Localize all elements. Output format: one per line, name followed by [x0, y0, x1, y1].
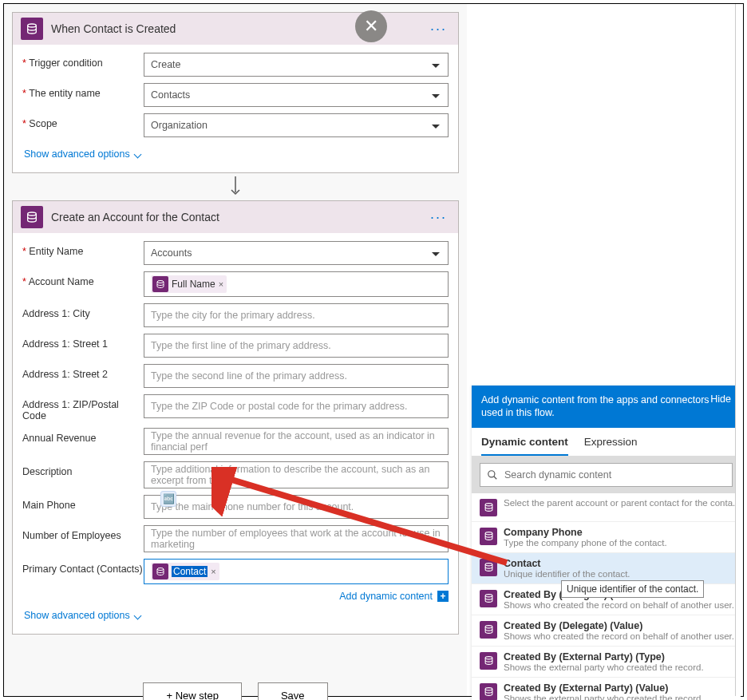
translate-icon[interactable]: 🔤	[160, 491, 176, 507]
cds-connector-icon	[21, 206, 43, 228]
input-description[interactable]: Type additional information to describe …	[144, 461, 449, 488]
flow-arrow-icon	[12, 173, 459, 200]
input-city[interactable]: Type the city for the primary address.	[144, 303, 449, 327]
label-revenue: Annual Revenue	[22, 428, 144, 444]
svg-point-0	[28, 24, 37, 27]
cds-connector-icon	[480, 559, 497, 576]
close-icon[interactable]: ✕	[355, 10, 387, 42]
search-icon	[487, 469, 498, 481]
input-street2[interactable]: Type the second line of the primary addr…	[144, 364, 449, 388]
dyn-item[interactable]: Company PhoneType the company phone of t…	[472, 522, 741, 553]
input-account-name[interactable]: Full Name ×	[144, 271, 449, 297]
action-card-header[interactable]: Create an Account for the Contact ···	[13, 201, 458, 233]
svg-point-4	[488, 470, 495, 477]
select-trigger-condition[interactable]: Create	[144, 53, 449, 77]
label-action-entity: Entity Name	[22, 241, 144, 257]
cds-connector-icon	[480, 621, 497, 639]
svg-point-1	[28, 212, 37, 216]
action-show-advanced[interactable]: Show advanced options	[22, 605, 142, 629]
chevron-down-icon	[133, 150, 141, 158]
dyn-item[interactable]: Created By (External Party) (Type)Shows …	[472, 647, 741, 678]
svg-point-3	[157, 568, 164, 571]
svg-point-8	[485, 595, 492, 597]
search-dynamic-content[interactable]	[480, 463, 733, 487]
token-remove-icon[interactable]: ×	[219, 279, 223, 289]
cds-connector-icon	[480, 499, 497, 516]
add-dynamic-content-link[interactable]: Add dynamic content	[339, 591, 433, 602]
label-account-name: Account Name	[22, 271, 144, 287]
input-revenue[interactable]: Type the annual revenue for the account,…	[144, 428, 449, 455]
dyn-item[interactable]: Select the parent account or parent cont…	[472, 493, 741, 522]
svg-point-6	[485, 532, 492, 535]
label-trigger-condition: Trigger condition	[22, 53, 144, 69]
cds-connector-icon	[480, 652, 497, 670]
input-main-phone[interactable]: Type the main phone number for this acco…	[144, 495, 449, 519]
dynamic-content-panel: Add dynamic content from the apps and co…	[472, 386, 741, 700]
cds-connector-icon	[480, 528, 497, 545]
svg-point-9	[485, 626, 492, 628]
svg-point-11	[485, 688, 492, 690]
dyn-hide-link[interactable]: Hide	[710, 394, 731, 420]
tab-expression[interactable]: Expression	[584, 428, 638, 456]
trigger-ellipsis-icon[interactable]: ···	[427, 21, 450, 38]
svg-point-2	[157, 281, 164, 283]
trigger-card-header[interactable]: When Contact is Created ···	[13, 13, 458, 45]
tooltip: Unique identifier of the contact.	[561, 580, 704, 598]
label-street1: Address 1: Street 1	[22, 334, 144, 350]
svg-point-5	[485, 504, 492, 506]
svg-point-10	[485, 657, 492, 659]
dyn-header-text: Add dynamic content from the apps and co…	[481, 394, 710, 420]
label-scope: Scope	[22, 113, 144, 129]
cds-connector-icon	[21, 18, 43, 40]
input-zip[interactable]: Type the ZIP Code or postal code for the…	[144, 394, 449, 418]
cds-connector-icon	[480, 683, 497, 701]
token-remove-icon[interactable]: ×	[211, 567, 215, 576]
chevron-down-icon	[133, 611, 141, 619]
label-main-phone: Main Phone	[22, 495, 144, 511]
input-primary-contact[interactable]: Contact ×	[144, 559, 449, 584]
dyn-item[interactable]: ContactUnique identifier of the contact.	[472, 553, 741, 584]
input-employees[interactable]: Type the number of employees that work a…	[144, 525, 449, 552]
add-dynamic-plus-icon[interactable]: +	[437, 591, 449, 602]
designer-column: When Contact is Created ··· Trigger cond…	[4, 4, 467, 696]
cds-connector-icon	[480, 590, 497, 607]
token-contact[interactable]: Contact ×	[151, 563, 219, 580]
label-zip: Address 1: ZIP/Postal Code	[22, 394, 144, 421]
label-description: Description	[22, 461, 144, 477]
action-card: Create an Account for the Contact ··· En…	[12, 200, 459, 635]
action-ellipsis-icon[interactable]: ···	[427, 209, 450, 226]
label-entity-name: The entity name	[22, 83, 144, 99]
save-button[interactable]: Save	[258, 682, 328, 700]
label-city: Address 1: City	[22, 303, 144, 319]
select-action-entity[interactable]: Accounts	[144, 241, 449, 265]
new-step-button[interactable]: + New step	[143, 682, 241, 700]
trigger-card: When Contact is Created ··· Trigger cond…	[12, 12, 459, 173]
tab-dynamic-content[interactable]: Dynamic content	[481, 428, 568, 456]
token-full-name[interactable]: Full Name ×	[151, 275, 227, 293]
label-street2: Address 1: Street 2	[22, 364, 144, 380]
select-scope[interactable]: Organization	[144, 113, 449, 137]
svg-point-7	[485, 564, 492, 566]
action-title: Create an Account for the Contact	[51, 211, 427, 223]
dyn-item[interactable]: Created By (External Party) (Value)Shows…	[472, 678, 741, 701]
right-edge	[735, 4, 743, 696]
search-input[interactable]	[504, 469, 725, 481]
label-primary-contact: Primary Contact (Contacts)	[22, 559, 144, 575]
trigger-show-advanced[interactable]: Show advanced options	[22, 144, 142, 168]
dyn-item[interactable]: Created By (Delegate) (Value)Shows who c…	[472, 615, 741, 647]
select-entity-name[interactable]: Contacts	[144, 83, 449, 107]
input-street1[interactable]: Type the first line of the primary addre…	[144, 334, 449, 358]
label-employees: Number of Employees	[22, 525, 144, 541]
